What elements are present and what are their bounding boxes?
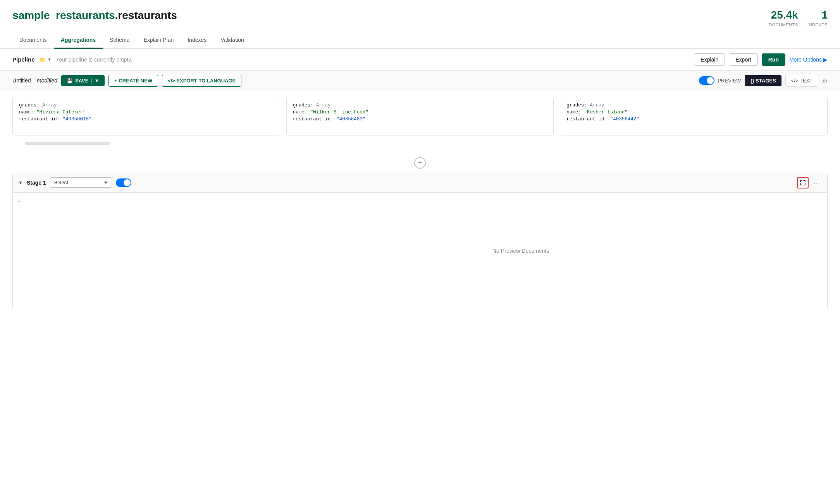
stage-1-label: Stage 1 [27, 180, 46, 186]
stage-1-container: ▼ Stage 1 Select $match $group $project … [12, 173, 828, 309]
pipeline-toolbar: Pipeline 📁 ▼ Your pipeline is currently … [0, 49, 840, 71]
more-options-label: More Options [789, 57, 822, 63]
stage-toolbar-right: PREVIEW {} STAGES </> TEXT ⚙ [699, 75, 828, 87]
data-preview-section: grades: Array name: "Riviera Caterer" re… [0, 91, 840, 153]
save-disk-icon: 💾 [67, 78, 73, 84]
field-grades-1: grades: Array [293, 103, 547, 108]
more-options-stage-button[interactable]: ⋯ [812, 177, 822, 189]
field-restaurant-id-0: restaurant_id: "40356018" [19, 117, 274, 122]
documents-stat: 25.4k DOCUMENTS [769, 9, 798, 27]
data-cards-grid: grades: Array name: "Riviera Caterer" re… [12, 97, 828, 135]
horizontal-scrollbar[interactable] [25, 142, 110, 145]
header-stats: 25.4k DOCUMENTS 1 INDEXES [769, 9, 828, 27]
field-name-2: name: "Kosher Island" [566, 110, 821, 115]
indexes-stat: 1 INDEXES [807, 9, 828, 27]
page-header: sample_restaurants.restaurants 25.4k DOC… [0, 0, 840, 27]
save-label: SAVE [75, 78, 88, 84]
collection-title: sample_restaurants.restaurants [12, 9, 177, 22]
scrollbar-area [12, 139, 828, 147]
field-restaurant-id-1: restaurant_id: "40356483" [293, 117, 547, 122]
nav-tabs: Documents Aggregations Schema Explain Pl… [0, 32, 840, 49]
field-restaurant-id-2: restaurant_id: "40356442" [566, 117, 821, 122]
tab-validation[interactable]: Validation [213, 32, 251, 49]
preview-toggle[interactable] [699, 76, 714, 85]
db-name: sample_restaurants [12, 9, 115, 21]
explain-button[interactable]: Explain [694, 53, 725, 66]
stage-title: Untitled – modified [12, 77, 57, 84]
stage-1-editor[interactable]: 1 [13, 193, 214, 309]
preview-toggle-group: PREVIEW [699, 76, 741, 85]
field-grades-0: grades: Array [19, 103, 274, 108]
stages-view-button[interactable]: {} STAGES [745, 75, 781, 86]
pipeline-right: Explain Export Run More Options ▶ [694, 53, 828, 66]
indexes-count: 1 [807, 9, 828, 21]
tab-schema[interactable]: Schema [103, 32, 136, 49]
tab-documents[interactable]: Documents [12, 32, 54, 49]
stage-1-header-right: ⋯ [797, 177, 822, 189]
folder-icon: 📁 [40, 57, 46, 63]
no-preview-message: No Preview Documents [492, 248, 549, 254]
tab-aggregations[interactable]: Aggregations [54, 32, 103, 49]
stage-title-area: Untitled – modified [12, 77, 57, 84]
stage-1-header-left: ▼ Stage 1 Select $match $group $project … [18, 177, 131, 188]
export-language-button[interactable]: </> EXPORT TO LANGUAGE [162, 75, 241, 87]
field-name-1: name: "Wilken'S Fine Food" [293, 110, 547, 115]
documents-count: 25.4k [769, 9, 798, 21]
text-view-button[interactable]: </> TEXT [785, 75, 818, 87]
create-new-button[interactable]: + CREATE NEW [108, 75, 158, 87]
preview-label: PREVIEW [718, 78, 741, 84]
save-dropdown-arrow[interactable]: ▼ [91, 78, 99, 84]
field-name-0: name: "Riviera Caterer" [19, 110, 274, 115]
run-button[interactable]: Run [762, 53, 785, 66]
folder-dropdown-arrow: ▼ [48, 57, 52, 62]
line-number-1: 1 [17, 197, 21, 203]
tab-explain-plan[interactable]: Explain Plan [136, 32, 181, 49]
stage-toolbar: Untitled – modified 💾 SAVE ▼ + CREATE NE… [0, 71, 840, 91]
add-stage-button[interactable]: + [414, 157, 426, 169]
more-options-button[interactable]: More Options ▶ [789, 57, 828, 63]
pipeline-label: Pipeline [12, 56, 35, 63]
settings-icon[interactable]: ⚙ [822, 77, 828, 84]
indexes-label: INDEXES [807, 22, 828, 27]
stage-collapse-button[interactable]: ▼ [18, 180, 23, 185]
pipeline-folder-button[interactable]: 📁 ▼ [40, 57, 52, 63]
stage-1-body: 1 No Preview Documents [13, 193, 827, 309]
stage-1-preview: No Preview Documents [214, 193, 827, 309]
documents-label: DOCUMENTS [769, 22, 798, 27]
expand-icon [800, 180, 806, 185]
stage-toolbar-left: Untitled – modified 💾 SAVE ▼ + CREATE NE… [12, 75, 241, 87]
stage-1-header: ▼ Stage 1 Select $match $group $project … [13, 173, 827, 193]
tab-indexes[interactable]: Indexes [181, 32, 213, 49]
expand-button[interactable] [797, 177, 809, 189]
field-grades-2: grades: Array [566, 103, 821, 108]
export-button[interactable]: Export [729, 53, 757, 66]
more-options-arrow: ▶ [823, 57, 828, 63]
stage-operator-select[interactable]: Select $match $group $project $sort $lim… [50, 177, 112, 188]
data-card-2: grades: Array name: "Kosher Island" rest… [560, 97, 828, 135]
pipeline-empty-message: Your pipeline is currently empty. [56, 57, 132, 63]
data-card-1: grades: Array name: "Wilken'S Fine Food"… [286, 97, 554, 135]
add-stage-area: + [0, 153, 840, 173]
pipeline-left: Pipeline 📁 ▼ Your pipeline is currently … [12, 56, 132, 63]
data-card-0: grades: Array name: "Riviera Caterer" re… [12, 97, 280, 135]
collection-name: restaurants [118, 9, 177, 21]
save-button[interactable]: 💾 SAVE ▼ [61, 75, 105, 86]
stage-toggle[interactable] [116, 178, 131, 187]
